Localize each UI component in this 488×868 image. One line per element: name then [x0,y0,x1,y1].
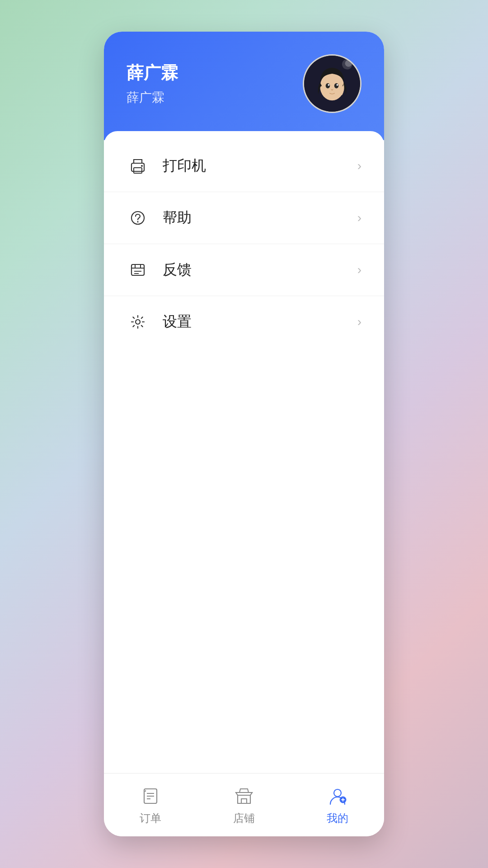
menu-item-printer[interactable]: 打印机 › [104,140,384,192]
nav-item-mine[interactable]: 我的 [291,778,384,832]
svg-rect-9 [134,168,142,173]
profile-header: 薛广霖 薛广霖 [104,32,384,140]
shop-nav-label: 店铺 [233,811,255,826]
printer-icon [127,155,149,177]
menu-item-feedback[interactable]: 反馈 › [104,244,384,296]
mine-nav-label: 我的 [327,811,348,826]
orders-nav-label: 订单 [140,811,161,826]
svg-point-24 [334,789,341,797]
profile-name: 薛广霖 [127,61,178,85]
avatar[interactable] [303,54,361,113]
mine-icon [326,785,349,807]
nav-item-shop[interactable]: 店铺 [197,778,291,832]
printer-arrow: › [357,159,361,173]
profile-username: 薛广霖 [127,89,178,106]
menu-item-help[interactable]: 帮助 › [104,192,384,244]
svg-point-5 [337,84,338,86]
svg-point-10 [141,165,143,167]
feedback-arrow: › [357,263,361,277]
bottom-nav: 订单 店铺 [104,773,384,836]
phone-container: 薛广霖 薛广霖 [104,32,384,836]
feedback-label: 反馈 [163,260,357,280]
settings-arrow: › [357,315,361,329]
svg-point-4 [328,84,329,86]
svg-point-3 [334,83,339,88]
menu-item-settings[interactable]: 设置 › [104,296,384,348]
svg-point-2 [326,83,330,88]
nav-item-orders[interactable]: 订单 [104,778,197,832]
printer-label: 打印机 [163,156,357,176]
svg-point-19 [136,320,140,324]
orders-icon [139,785,162,807]
feedback-icon [127,259,149,281]
svg-point-12 [137,222,138,222]
profile-info: 薛广霖 薛广霖 [127,61,178,106]
help-label: 帮助 [163,208,357,228]
settings-icon [127,311,149,333]
svg-point-1 [320,73,344,100]
help-arrow: › [357,211,361,225]
menu-section: 打印机 › 帮助 › [104,131,384,773]
svg-point-7 [345,60,352,67]
help-icon [127,207,149,229]
settings-label: 设置 [163,312,357,332]
shop-icon [233,785,255,807]
